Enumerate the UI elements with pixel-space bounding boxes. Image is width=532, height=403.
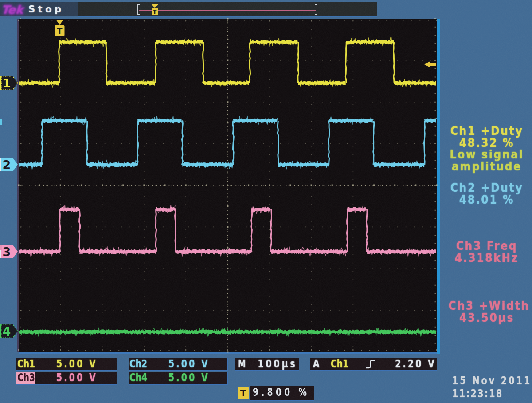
trigger-position-readout: 9.800 % (250, 386, 314, 401)
ch4-label-text: Ch4 (129, 372, 147, 383)
ch4-scale-label: Ch4 (129, 372, 149, 385)
oscilloscope-screen: 1234TT Tek Stop Ch1 +Duty 48.32 % Low si… (0, 0, 532, 403)
measurement-value: 4.318kHz (449, 252, 525, 264)
ch2-marker-digit: 2 (3, 158, 11, 172)
ch2-marker-strip (0, 158, 2, 171)
measurement-ch1-duty: Ch1 +Duty 48.32 % (444, 125, 529, 149)
ch1-position-marker[interactable]: 1 (0, 76, 18, 90)
ch1-scale-value: 5.00 V (35, 358, 117, 371)
acq-record-line (139, 10, 316, 11)
ch1-label-text: Ch1 (17, 358, 35, 370)
trigger-level: 2.20 V (395, 358, 436, 370)
ch2-position-marker[interactable]: 2 (0, 158, 18, 172)
measurement-ch2-duty: Ch2 +Duty 48.01 % (444, 182, 529, 206)
ch2-scale-label: Ch2 (129, 358, 149, 371)
ch3-scale-value: 5.00 V (35, 372, 117, 385)
trigger-readout: A Ch1 2.20 V (310, 358, 437, 371)
measurement-warning: Low signal amplitude (444, 149, 529, 173)
measurement-ch3-width: Ch3 +Width 43.50µs (444, 300, 529, 324)
ch2-scale-value: 5.00 V (148, 358, 228, 371)
edge-reference-mark-1 (0, 119, 2, 125)
acq-trigger-marker-arrow[interactable] (152, 5, 158, 8)
measurement-value: 48.32 % (449, 137, 525, 149)
ch4-value-text: 5.00 V (169, 372, 210, 383)
timebase-readout: M 100µs (235, 358, 299, 371)
measurement-value: 48.01 % (449, 194, 525, 206)
measurement-ch3-freq: Ch3 Freq 4.318kHz (444, 240, 529, 264)
warning-line2: amplitude (449, 161, 525, 173)
measurement-label: Ch2 +Duty (449, 182, 525, 194)
acq-trigger-marker-glyph: T (153, 8, 157, 15)
measurement-label: Ch1 +Duty (449, 125, 525, 137)
trigger-position-icon: T (238, 387, 249, 399)
ch2-value-text: 5.00 V (169, 358, 210, 370)
tek-logo: Tek (1, 3, 23, 16)
ch4-position-marker[interactable]: 4 (0, 324, 18, 338)
ch4-marker-digit: 4 (3, 324, 11, 338)
acq-trigger-marker-top[interactable] (152, 4, 158, 5)
ch2-label-text: Ch2 (129, 358, 147, 370)
trigger-position-text: 9.800 % (253, 386, 309, 399)
ch3-value-text: 5.00 V (57, 372, 98, 383)
ch1-value-text: 5.00 V (57, 358, 98, 370)
graticule-right-strip (437, 19, 440, 354)
trigger-position-flag-glyph: T (57, 26, 63, 36)
timebase-text: M 100µs (238, 358, 297, 370)
measurement-label: Ch3 +Width (449, 300, 525, 312)
ch3-label-text: Ch3 (17, 372, 35, 383)
trigger-source: Ch1 (331, 358, 348, 370)
warning-line1: Low signal (449, 149, 525, 161)
measurement-label: Ch3 Freq (449, 240, 525, 252)
measurement-value: 43.50µs (449, 312, 525, 324)
acquisition-status: Stop (28, 4, 64, 15)
ch3-marker-digit: 3 (3, 245, 11, 259)
ch1-scale-label: Ch1 (16, 358, 35, 371)
ch3-scale-label: Ch3 (16, 372, 35, 385)
ch4-scale-value: 5.00 V (148, 372, 228, 385)
date-display: 15 Nov 2011 (452, 375, 532, 387)
trigger-prefix: A (313, 358, 319, 370)
edge-reference-mark-2 (0, 245, 2, 250)
time-display: 11:23:18 (452, 387, 503, 400)
ch3-position-marker[interactable]: 3 (0, 245, 18, 259)
ch1-marker-digit: 1 (3, 76, 11, 90)
rising-edge-icon (365, 360, 376, 369)
